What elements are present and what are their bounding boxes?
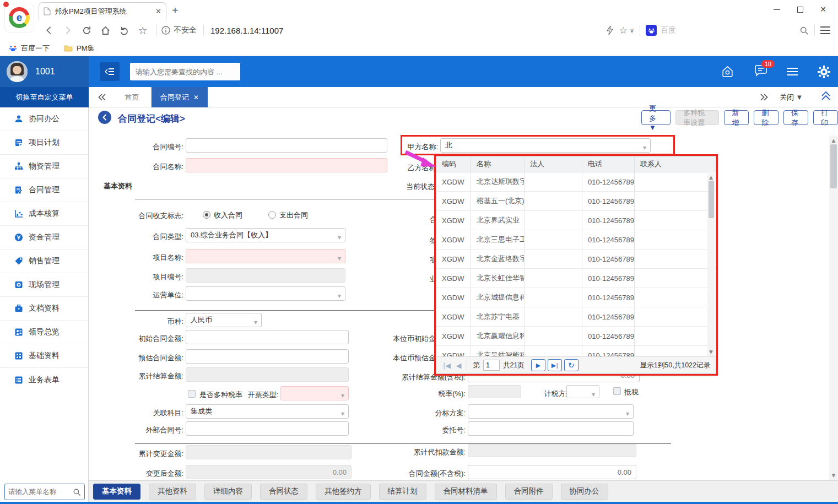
tabs-scroll-left-icon[interactable] [94, 87, 110, 107]
col-header-phone[interactable]: 电话 [582, 156, 634, 172]
radio-expense[interactable]: 支出合同 [268, 210, 308, 220]
baidu-label[interactable]: 百度 [661, 25, 676, 35]
sidebar-item-plan[interactable]: 项目计划 [0, 131, 88, 155]
main-scrollbar[interactable]: ▲ ▼ [829, 136, 838, 480]
project-name-select[interactable] [186, 249, 345, 263]
tab-home[interactable]: 首页 [113, 87, 152, 107]
scroll-down-icon[interactable]: ▼ [829, 473, 838, 478]
browser-menu-icon[interactable] [820, 26, 830, 34]
bottom-tab-attachments[interactable]: 合同附件 [505, 484, 553, 500]
global-search-input[interactable] [130, 63, 240, 80]
page-input[interactable] [483, 360, 500, 371]
party-a-combo[interactable]: 北 [440, 138, 651, 153]
star-dropdown-icon[interactable]: ∨ [630, 27, 634, 34]
contract-type-select[interactable]: 03.综合业务合同【收入】 [186, 228, 345, 242]
lightning-icon[interactable] [606, 25, 614, 35]
scroll-up-icon[interactable]: ▲ [829, 138, 838, 143]
bottom-tab-material-list[interactable]: 合同材料清单 [435, 484, 497, 500]
lookup-scroll-thumb[interactable] [709, 181, 714, 218]
ext-no-input[interactable] [186, 421, 349, 436]
sidebar-item-material[interactable]: 物资管理 [0, 155, 88, 178]
lookup-row[interactable]: XGDW榕基五一(北京)信010-124567896 [436, 192, 716, 211]
bottom-tab-settlement-plan[interactable]: 结算计划 [379, 484, 426, 500]
sidebar-item-docs[interactable]: 文档资料 [0, 297, 88, 321]
sidebar-item-collab[interactable]: 协同办公 [0, 107, 88, 131]
sidebar-item-forms[interactable]: 业务表单 [0, 368, 88, 392]
minimize-button[interactable] [765, 1, 788, 18]
tab-close-icon[interactable]: ✕ [193, 94, 199, 101]
radio-income[interactable]: 收入合同 [203, 210, 242, 220]
refresh-icon[interactable] [77, 22, 96, 39]
next-page-button[interactable]: ▶ [531, 359, 545, 371]
lookup-scrollbar[interactable]: ▲ ▼ [707, 174, 715, 356]
portal-home-icon[interactable] [721, 65, 734, 79]
bottom-tab-basic[interactable]: 基本资料 [93, 484, 140, 500]
sidebar-item-contract[interactable]: 合同管理 [0, 178, 88, 202]
sidebar-item-cost[interactable]: 成本核算 [0, 202, 88, 226]
baidu-icon[interactable] [646, 25, 657, 36]
undo-icon[interactable] [115, 22, 133, 39]
refresh-list-button[interactable]: ↻ [564, 359, 579, 371]
add-button[interactable]: 新增 [724, 110, 749, 125]
bottom-tab-status[interactable]: 合同状态 [260, 484, 307, 500]
last-page-button[interactable]: ▶| [548, 359, 562, 371]
col-header-contact[interactable]: 联系人 [634, 156, 706, 172]
favorite-star-icon[interactable]: ☆ [133, 22, 152, 39]
menu-search-icon[interactable] [73, 488, 81, 496]
tab-close-icon[interactable]: ✕ [155, 7, 161, 15]
lookup-row[interactable]: XGDW北京三思电子工程010-124567896 [436, 230, 716, 250]
collapse-icon[interactable] [820, 89, 836, 106]
lookup-row[interactable]: XGDW北京金蓝络数字科010-124567896 [436, 250, 716, 269]
bottom-tab-detail[interactable]: 详细内容 [204, 484, 252, 500]
consign-no-input[interactable] [468, 421, 634, 436]
tabs-scroll-right-icon[interactable] [756, 87, 772, 107]
sidebar-item-fund[interactable]: 资金管理 [0, 226, 88, 250]
lookup-row[interactable]: XGDW北京昊纺智能科技010-124567896 [436, 346, 716, 357]
bottom-tab-other-signers[interactable]: 其他签约方 [316, 484, 371, 500]
invoice-type-select[interactable] [280, 386, 349, 400]
bookmark-star-icon[interactable]: ☆ [619, 25, 628, 36]
contract-name-input[interactable] [186, 158, 387, 172]
tax-method-select[interactable] [566, 385, 599, 398]
back-icon[interactable] [40, 22, 58, 39]
lookup-row[interactable]: XGDW北京苏宁电器010-124567896 [436, 307, 716, 327]
col-header-name[interactable]: 名称 [471, 156, 524, 172]
close-tabs-dropdown[interactable]: 关闭 ▼ [780, 87, 802, 107]
switch-menu-button[interactable]: 切换至自定义菜单 [0, 87, 89, 107]
delete-button[interactable]: 删除 [754, 110, 778, 125]
scroll-up-icon[interactable]: ▲ [707, 175, 715, 180]
tab-contract-register[interactable]: 合同登记 ✕ [152, 87, 208, 107]
maximize-button[interactable] [788, 1, 812, 18]
col-header-legal[interactable]: 法人 [524, 156, 582, 172]
bottom-tab-other-info[interactable]: 其他资料 [149, 484, 196, 500]
back-circle-button[interactable] [98, 111, 111, 124]
scroll-down-icon[interactable]: ▼ [707, 349, 715, 355]
avatar[interactable] [7, 61, 28, 82]
amount-no-tax-input[interactable] [468, 465, 636, 479]
main-scroll-thumb[interactable] [830, 144, 837, 188]
search-icon[interactable] [799, 26, 809, 35]
lookup-row[interactable]: XGDW北京赢耀信息科技010-124567896 [436, 327, 716, 346]
menu-search-input[interactable] [5, 488, 73, 496]
est-amount-input[interactable] [186, 349, 349, 364]
bookmark-pm-folder[interactable]: PM集 [64, 44, 95, 53]
deduct-checkbox[interactable] [613, 387, 621, 395]
forward-icon[interactable] [58, 22, 77, 39]
lookup-row[interactable]: XGDW北京长虹佳华智能010-124567896 [436, 269, 716, 288]
lookup-row[interactable]: XGDW北京达斯琪数字科010-124567896 [436, 172, 716, 192]
contract-no-input[interactable] [186, 138, 387, 153]
op-unit-select[interactable] [186, 286, 345, 301]
print-button[interactable]: 打印 [813, 110, 838, 125]
apps-menu-icon[interactable] [787, 68, 798, 75]
browser-tab[interactable]: 邦永PM2项目管理系统 ✕ [39, 2, 166, 20]
info-icon[interactable] [161, 26, 170, 35]
new-tab-button[interactable]: + [172, 4, 179, 17]
close-button[interactable]: ✕ [812, 1, 835, 18]
settings-gear-icon[interactable] [817, 65, 831, 79]
messages-button[interactable]: 10 [754, 64, 768, 79]
url-text[interactable]: 192.168.1.14:11007 [210, 26, 283, 35]
sidebar-item-site[interactable]: 现场管理 [0, 273, 88, 297]
menu-toggle-button[interactable] [100, 62, 120, 81]
sidebar-item-overview[interactable]: 领导总览 [0, 321, 88, 344]
init-amount-input[interactable] [186, 330, 349, 344]
